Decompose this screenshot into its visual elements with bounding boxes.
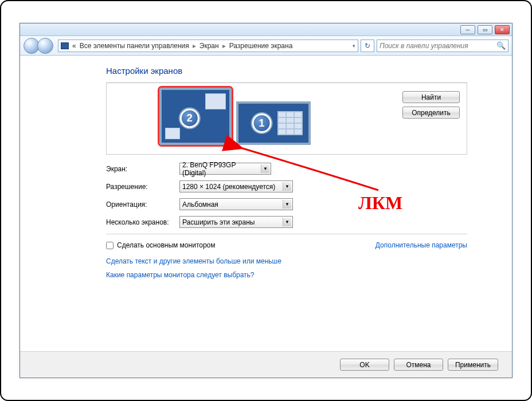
window-frame: ─ ▭ ✕ « Все элементы панели управления ▸… — [19, 23, 513, 378]
find-button[interactable]: Найти — [402, 91, 460, 103]
monitor-help-link[interactable]: Какие параметры монитора следует выбрать… — [106, 271, 255, 279]
page-heading: Настройки экранов — [106, 66, 467, 76]
resolution-dropdown[interactable]: 1280 × 1024 (рекомендуется) ▼ — [179, 180, 293, 192]
monitor-badge: 1 — [252, 113, 272, 133]
titlebar: ─ ▭ ✕ — [20, 23, 512, 36]
advanced-settings-link[interactable]: Дополнительные параметры — [375, 241, 467, 249]
monitor-badge: 2 — [180, 108, 200, 128]
monitor-2[interactable]: 2 — [159, 88, 232, 145]
apply-button[interactable]: Применить — [448, 359, 498, 371]
resolution-label: Разрешение: — [106, 183, 179, 191]
divider — [106, 234, 467, 234]
chevron-down-icon: ▼ — [283, 218, 291, 226]
monitor-preview-box: 2 1 Найти Определить — [106, 82, 467, 155]
address-bar[interactable]: « Все элементы панели управления ▸ Экран… — [58, 40, 358, 52]
breadcrumb-level3[interactable]: Разрешение экрана — [229, 42, 293, 50]
ekran-label: Экран: — [106, 165, 179, 173]
ekran-dropdown[interactable]: 2. BenQ FP93GP (Digital) ▼ — [179, 163, 271, 175]
ok-button[interactable]: OK — [340, 359, 389, 371]
monitor-thumb-icon — [165, 128, 180, 139]
search-icon[interactable]: 🔍 — [496, 41, 506, 50]
chevron-down-icon: ▼ — [283, 182, 291, 191]
navbar: « Все элементы панели управления ▸ Экран… — [20, 36, 512, 56]
ekran-value: 2. BenQ FP93GP (Digital) — [182, 161, 259, 177]
monitor-icon — [61, 42, 69, 49]
identify-button[interactable]: Определить — [402, 107, 460, 119]
cancel-button[interactable]: Отмена — [394, 359, 443, 371]
orientation-value: Альбомная — [182, 200, 218, 209]
nav-back-forward[interactable] — [24, 38, 56, 54]
multiple-displays-value: Расширить эти экраны — [182, 218, 255, 226]
search-input[interactable] — [380, 42, 496, 50]
chevron-right-icon: ▸ — [222, 42, 226, 50]
footer-bar: OK Отмена Применить — [20, 351, 512, 378]
text-size-link[interactable]: Сделать текст и другие элементы больше и… — [106, 257, 281, 265]
maximize-button[interactable]: ▭ — [478, 25, 492, 34]
close-button[interactable]: ✕ — [495, 25, 510, 34]
breadcrumb-level2[interactable]: Экран — [200, 42, 219, 50]
breadcrumb-prefix: « — [72, 42, 76, 50]
keypad-icon — [277, 111, 303, 135]
orientation-dropdown[interactable]: Альбомная ▼ — [179, 198, 293, 210]
orientation-label: Ориентация: — [106, 200, 179, 209]
monitor-1[interactable]: 1 — [236, 101, 311, 145]
annotation-label: ЛКМ — [358, 192, 402, 214]
forward-button[interactable] — [37, 38, 53, 54]
chevron-right-icon: ▸ — [193, 42, 196, 50]
chevron-down-icon: ▼ — [261, 164, 269, 173]
breadcrumb-level1[interactable]: Все элементы панели управления — [80, 42, 189, 50]
minimize-button[interactable]: ─ — [460, 25, 475, 34]
address-dropdown-icon[interactable]: ▾ — [353, 43, 355, 49]
multiple-displays-dropdown[interactable]: Расширить эти экраны ▼ — [179, 216, 293, 228]
primary-monitor-checkbox[interactable] — [106, 242, 114, 249]
multiple-displays-label: Несколько экранов: — [106, 218, 179, 226]
primary-monitor-label: Сделать основным монитором — [117, 241, 216, 249]
chevron-down-icon: ▼ — [283, 200, 291, 209]
content-area: Настройки экранов 2 1 — [20, 56, 512, 351]
refresh-button[interactable]: ↻ — [361, 40, 374, 52]
monitor-thumb-icon — [205, 93, 226, 109]
search-box[interactable]: 🔍 — [377, 40, 508, 52]
resolution-value: 1280 × 1024 (рекомендуется) — [182, 183, 275, 191]
